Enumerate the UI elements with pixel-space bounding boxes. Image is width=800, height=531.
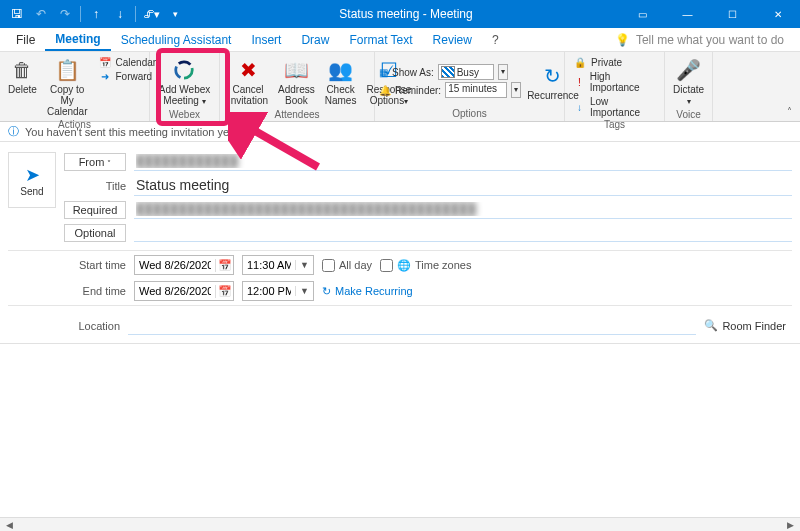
chevron-down-icon: ▾ [202, 97, 206, 106]
window-title: Status meeting - Meeting [192, 7, 620, 21]
from-field[interactable] [134, 152, 792, 171]
low-importance-button[interactable]: ↓ Low Importance [569, 95, 660, 119]
time-zones-checkbox[interactable]: 🌐 Time zones [380, 259, 471, 272]
optional-button[interactable]: Optional [64, 224, 126, 242]
from-button[interactable]: From ˅ [64, 153, 126, 171]
redo-icon[interactable]: ↷ [54, 3, 76, 25]
check-names-icon: 👥 [328, 56, 353, 84]
horizontal-scrollbar[interactable]: ◀ ▶ [0, 517, 800, 531]
menu-review[interactable]: Review [423, 28, 482, 51]
calendar-icon: 📅 [98, 57, 112, 68]
scroll-left-icon[interactable]: ◀ [2, 520, 17, 530]
start-date-input[interactable]: 📅 [134, 255, 234, 275]
lock-icon: 🔒 [573, 57, 587, 68]
room-finder-icon: 🔍 [704, 319, 718, 332]
address-book-icon: 📖 [284, 56, 309, 84]
reminder-label: Reminder: [395, 85, 441, 96]
add-webex-meeting-button[interactable]: Add Webex Meeting ▾ [155, 54, 215, 109]
required-button[interactable]: Required [64, 201, 126, 219]
ribbon: 🗑 Delete 📋 Copy to My Calendar 📅 Calenda… [0, 52, 800, 122]
private-button[interactable]: 🔒 Private [569, 56, 660, 69]
address-book-button[interactable]: 📖 Address Book [274, 54, 319, 108]
copy-to-calendar-button[interactable]: 📋 Copy to My Calendar [43, 54, 92, 119]
meeting-form: ➤ Send From ˅ Title Required Optional [0, 142, 800, 246]
microphone-icon: 🎤 [676, 56, 701, 84]
save-icon[interactable]: 🖫 [6, 3, 28, 25]
bell-icon: 🔔 [379, 85, 391, 96]
undo-icon[interactable]: ↶ [30, 3, 52, 25]
globe-icon: 🌐 [397, 259, 411, 272]
calendar-small-icon: ▦ [379, 67, 388, 78]
menu-file[interactable]: File [6, 28, 45, 51]
check-names-button[interactable]: 👥 Check Names [321, 54, 361, 108]
chevron-down-icon[interactable]: ▾ [498, 64, 508, 80]
cancel-invitation-button[interactable]: ✖ Cancel Invitation [224, 54, 272, 108]
menu-format-text[interactable]: Format Text [339, 28, 422, 51]
title-bar: 🖫 ↶ ↷ ↑ ↓ 🖇▾ ▾ Status meeting - Meeting … [0, 0, 800, 28]
busy-swatch-icon [441, 66, 455, 78]
dictate-button[interactable]: 🎤 Dictate▾ [669, 54, 708, 109]
menu-bar: File Meeting Scheduling Assistant Insert… [0, 28, 800, 52]
optional-field[interactable] [134, 223, 792, 242]
collapse-ribbon-icon[interactable]: ˄ [779, 102, 800, 121]
menu-meeting[interactable]: Meeting [45, 28, 110, 51]
ribbon-group-tags: 🔒 Private ! High Importance ↓ Low Import… [565, 52, 665, 121]
recurrence-icon: ↻ [544, 62, 561, 90]
end-date-input[interactable]: 📅 [134, 281, 234, 301]
location-row: Location 🔍 Room Finder [0, 310, 800, 343]
menu-help-icon[interactable]: ? [482, 28, 509, 51]
trash-icon: 🗑 [12, 56, 32, 84]
quick-access-toolbar: 🖫 ↶ ↷ ↑ ↓ 🖇▾ ▾ [0, 3, 192, 25]
menu-draw[interactable]: Draw [291, 28, 339, 51]
room-finder-button[interactable]: 🔍 Room Finder [704, 319, 792, 332]
down-arrow-icon: ↓ [573, 102, 586, 113]
maximize-button[interactable]: ☐ [710, 0, 755, 28]
chevron-down-icon[interactable]: ▼ [295, 286, 313, 296]
forward-icon: ➜ [98, 71, 112, 82]
chevron-down-icon: ˅ [107, 159, 111, 168]
meeting-body[interactable] [0, 343, 800, 531]
menu-scheduling-assistant[interactable]: Scheduling Assistant [111, 28, 242, 51]
end-time-label: End time [64, 285, 126, 297]
ribbon-group-voice: 🎤 Dictate▾ Voice [665, 52, 713, 121]
ribbon-group-webex: Add Webex Meeting ▾ Webex [150, 52, 220, 121]
all-day-checkbox[interactable]: All day [322, 259, 372, 272]
menu-insert[interactable]: Insert [241, 28, 291, 51]
ribbon-display-icon[interactable]: ▭ [620, 0, 665, 28]
chevron-down-icon[interactable]: ▾ [511, 82, 521, 98]
title-label: Title [64, 180, 126, 192]
calendar-picker-icon[interactable]: 📅 [215, 259, 233, 272]
tell-me-search[interactable]: 💡 Tell me what you want to do [605, 28, 794, 51]
qat-customize-icon[interactable]: ▾ [164, 3, 186, 25]
send-button[interactable]: ➤ Send [8, 152, 56, 208]
title-field[interactable] [134, 175, 792, 196]
recurrence-icon: ↻ [322, 285, 331, 298]
ribbon-group-attendees: ✖ Cancel Invitation 📖 Address Book 👥 Che… [220, 52, 375, 121]
high-importance-button[interactable]: ! High Importance [569, 70, 660, 94]
minimize-button[interactable]: — [665, 0, 710, 28]
lightbulb-icon: 💡 [615, 33, 630, 47]
close-button[interactable]: ✕ [755, 0, 800, 28]
ribbon-group-actions: 🗑 Delete 📋 Copy to My Calendar 📅 Calenda… [0, 52, 150, 121]
prev-item-icon[interactable]: ↑ [85, 3, 107, 25]
send-icon: ➤ [25, 164, 40, 186]
delete-button[interactable]: 🗑 Delete [4, 54, 41, 97]
next-item-icon[interactable]: ↓ [109, 3, 131, 25]
make-recurring-link[interactable]: ↻ Make Recurring [322, 285, 413, 298]
required-field[interactable] [134, 200, 792, 219]
calendar-picker-icon[interactable]: 📅 [215, 285, 233, 298]
scroll-right-icon[interactable]: ▶ [783, 520, 798, 530]
end-time-input[interactable]: ▼ [242, 281, 314, 301]
window-buttons: ▭ — ☐ ✕ [620, 0, 800, 28]
reminder-dropdown[interactable]: 15 minutes [445, 82, 507, 98]
chevron-down-icon[interactable]: ▼ [295, 260, 313, 270]
show-as-dropdown[interactable]: Busy [438, 64, 494, 80]
attachment-icon[interactable]: 🖇▾ [140, 3, 162, 25]
location-field[interactable] [128, 316, 696, 335]
webex-icon [173, 56, 195, 84]
chevron-down-icon: ▾ [687, 97, 691, 106]
start-time-label: Start time [64, 259, 126, 271]
exclamation-icon: ! [573, 77, 586, 88]
ribbon-group-options: ▦ Show As: Busy ▾ 🔔 Reminder: 15 minutes… [375, 52, 565, 121]
start-time-input[interactable]: ▼ [242, 255, 314, 275]
